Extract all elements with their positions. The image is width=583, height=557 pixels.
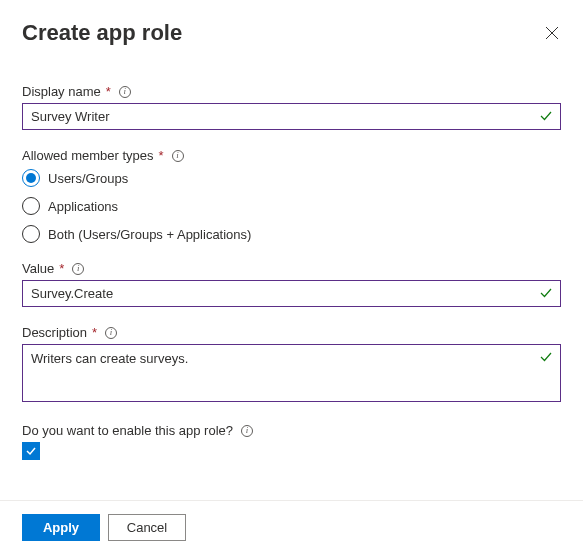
radio-applications[interactable]: Applications	[22, 197, 561, 215]
member-types-radio-group: Users/Groups Applications Both (Users/Gr…	[22, 169, 561, 243]
radio-users-groups[interactable]: Users/Groups	[22, 169, 561, 187]
required-indicator: *	[59, 261, 64, 276]
display-name-label: Display name	[22, 84, 101, 99]
page-title: Create app role	[22, 20, 182, 46]
description-input[interactable]: Writers can create surveys.	[22, 344, 561, 402]
value-label: Value	[22, 261, 54, 276]
description-label: Description	[22, 325, 87, 340]
enable-label: Do you want to enable this app role?	[22, 423, 233, 438]
divider	[0, 500, 583, 501]
apply-button[interactable]: Apply	[22, 514, 100, 541]
cancel-button[interactable]: Cancel	[108, 514, 186, 541]
enable-checkbox[interactable]	[22, 442, 40, 460]
info-icon[interactable]: i	[105, 327, 117, 339]
required-indicator: *	[159, 148, 164, 163]
radio-icon	[22, 197, 40, 215]
radio-icon	[22, 169, 40, 187]
info-icon[interactable]: i	[72, 263, 84, 275]
value-input[interactable]	[22, 280, 561, 307]
radio-both[interactable]: Both (Users/Groups + Applications)	[22, 225, 561, 243]
radio-label: Both (Users/Groups + Applications)	[48, 227, 251, 242]
close-button[interactable]	[545, 26, 561, 42]
member-types-label: Allowed member types	[22, 148, 154, 163]
info-icon[interactable]: i	[119, 86, 131, 98]
info-icon[interactable]: i	[172, 150, 184, 162]
required-indicator: *	[92, 325, 97, 340]
required-indicator: *	[106, 84, 111, 99]
info-icon[interactable]: i	[241, 425, 253, 437]
close-icon	[545, 26, 559, 40]
radio-label: Users/Groups	[48, 171, 128, 186]
checkmark-icon	[24, 444, 38, 458]
display-name-input[interactable]	[22, 103, 561, 130]
radio-label: Applications	[48, 199, 118, 214]
radio-icon	[22, 225, 40, 243]
